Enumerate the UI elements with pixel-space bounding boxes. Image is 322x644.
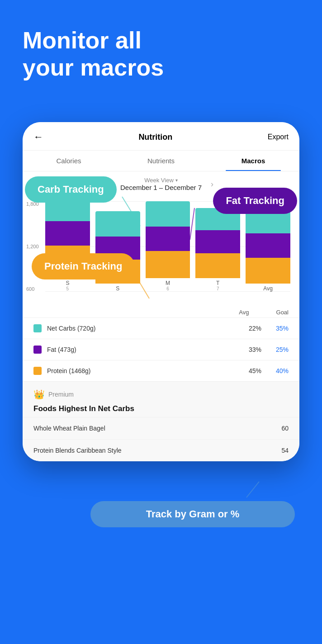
back-button[interactable]: ← <box>33 131 43 143</box>
headline: Monitor all your macros <box>0 0 322 99</box>
next-week-button[interactable]: › <box>206 180 218 189</box>
bar-t7-protein <box>195 253 240 278</box>
gram-tracking-label: Track by Gram or % <box>90 501 295 527</box>
bar-label-avg: Avg <box>263 285 272 292</box>
tab-macros[interactable]: Macros <box>207 151 299 171</box>
stats-header-labels: Avg Goal <box>239 309 289 316</box>
svg-line-3 <box>246 482 259 497</box>
fat-tracking-label: Fat Tracking <box>213 188 297 214</box>
bar-s6-carb <box>95 211 140 237</box>
week-label-wrap: Week View ▾ December 1 – December 7 <box>120 177 202 191</box>
fat-color-box <box>33 346 42 354</box>
food-value-2: 54 <box>281 447 289 454</box>
premium-heading: Foods Highest In Net Carbs <box>33 404 289 413</box>
stats-goal-label: Goal <box>276 309 289 316</box>
bar-group-s6: S <box>95 211 140 292</box>
bar-avg-protein <box>246 258 290 283</box>
headline-line2: your macros <box>23 54 299 81</box>
app-screen: ← Nutrition Export Calories Nutrients Ma… <box>23 122 299 461</box>
y-axis-labels: 1,800 1,200 600 <box>26 201 39 292</box>
phone-mockup: ← Nutrition Export Calories Nutrients Ma… <box>23 122 299 461</box>
protein-goal: 40% <box>261 367 289 374</box>
bar-m6-carb <box>146 201 190 227</box>
stat-row-fat: Fat (473g) 33% 25% <box>23 339 299 360</box>
headline-line1: Monitor all <box>23 27 299 54</box>
tab-nutrients[interactable]: Nutrients <box>115 151 207 171</box>
tabs-container: Calories Nutrients Macros <box>23 151 299 171</box>
fat-avg: 33% <box>234 346 261 353</box>
stat-row-protein: Protein (1468g) 45% 40% <box>23 360 299 381</box>
bar-group-m6: M 6 <box>146 201 190 292</box>
protein-color-box <box>33 367 42 375</box>
week-date-range: December 1 – December 7 <box>120 184 202 191</box>
carb-avg: 22% <box>234 325 261 332</box>
export-button[interactable]: Export <box>268 133 289 141</box>
carb-tracking-label: Carb Tracking <box>25 176 117 203</box>
bar-avg-fat <box>246 233 290 258</box>
bar-label-t7: T 7 <box>216 280 219 292</box>
bar-t7 <box>195 208 240 278</box>
carb-label: Net Carbs (720g) <box>47 325 234 332</box>
week-view-label[interactable]: Week View ▾ <box>144 177 178 184</box>
bar-m6 <box>146 201 190 278</box>
food-item-2[interactable]: Protein Blends Caribbean Style 54 <box>23 439 299 461</box>
chevron-down-icon: ▾ <box>175 178 178 183</box>
bar-m6-protein <box>146 251 190 278</box>
bar-group-t7: T 7 <box>195 208 240 292</box>
food-value-1: 60 <box>281 425 289 432</box>
bar-t7-fat <box>195 230 240 253</box>
stat-row-carbs: Net Carbs (720g) 22% 35% <box>23 317 299 339</box>
fat-label: Fat (473g) <box>47 346 234 353</box>
food-item-1[interactable]: Whole Wheat Plain Bagel 60 <box>23 417 299 439</box>
bar-avg <box>246 209 290 284</box>
bar-s5-fat <box>45 221 90 246</box>
bar-label-m6: M 6 <box>166 280 170 292</box>
bar-group-avg: Avg <box>246 209 290 292</box>
bar-m6-fat <box>146 227 190 251</box>
nav-title: Nutrition <box>138 133 172 142</box>
crown-icon: 👑 <box>33 389 45 400</box>
food-name-1: Whole Wheat Plain Bagel <box>33 425 105 432</box>
protein-avg: 45% <box>234 367 261 374</box>
premium-badge: 👑 Premium <box>33 389 289 400</box>
premium-label: Premium <box>48 391 74 398</box>
fat-goal: 25% <box>261 346 289 353</box>
protein-label: Protein (1468g) <box>47 367 234 374</box>
food-name-2: Protein Blends Caribbean Style <box>33 447 122 454</box>
carb-goal: 35% <box>261 325 289 332</box>
bar-label-s6: S <box>116 285 119 292</box>
stats-avg-label: Avg <box>239 309 249 316</box>
protein-tracking-label: Protein Tracking <box>32 253 135 279</box>
nav-header: ← Nutrition Export <box>23 122 299 151</box>
premium-section: 👑 Premium Foods Highest In Net Carbs <box>23 381 299 417</box>
bar-label-s5: S 5 <box>66 280 69 292</box>
stats-header: Avg Goal <box>23 305 299 317</box>
carb-color-box <box>33 324 42 332</box>
tab-calories[interactable]: Calories <box>23 151 115 171</box>
